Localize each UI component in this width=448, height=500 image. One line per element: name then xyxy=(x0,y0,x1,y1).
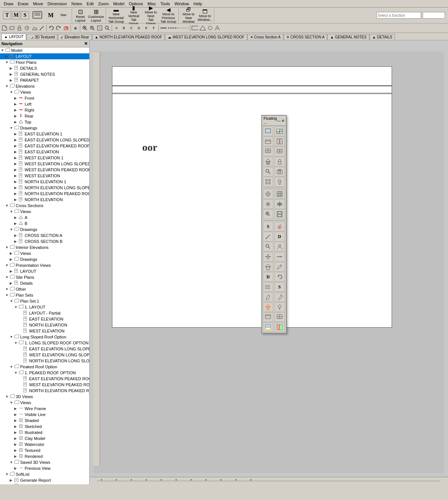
small-tool-g[interactable] xyxy=(191,24,199,32)
function-input[interactable] xyxy=(376,12,421,19)
tree-item-west-elev-1[interactable]: ▶WEST ELEVATION 1 xyxy=(0,155,89,161)
tree-item-textured[interactable]: ▶Textured xyxy=(0,447,89,453)
tree-item-west-elev-long[interactable]: ▶WEST ELEVATION LONG SLOPED ROOF xyxy=(0,161,89,167)
float-btn-edit2[interactable] xyxy=(274,262,285,272)
menu-zoom[interactable]: Zoom xyxy=(96,1,111,6)
float-btn-undo[interactable] xyxy=(274,272,285,282)
tree-item-presentation-views[interactable]: ▼Presentation Views xyxy=(0,262,89,268)
tree-item-ps-west-peaked[interactable]: WEST ELEVATION PEAKED ROOF xyxy=(0,382,89,388)
small-tool-snap[interactable]: ⊕ xyxy=(72,24,79,32)
tree-item-ps-peaked[interactable]: ▼1. PEAKED ROOF OPTION xyxy=(0,370,89,376)
small-tool-a[interactable]: A xyxy=(113,24,120,32)
float-btn-6[interactable] xyxy=(274,147,285,156)
float-btn-house3[interactable] xyxy=(263,302,273,312)
tree-item-elev-drawings[interactable]: ▼Drawings xyxy=(0,125,89,131)
tree-item-peaked-roof[interactable]: ▼Peaked Roof Option xyxy=(0,364,89,370)
menu-draw[interactable]: Draw xyxy=(1,1,16,6)
float-btn-star[interactable] xyxy=(263,199,273,209)
tree-item-illustrated[interactable]: ▶Illustrated xyxy=(0,429,89,435)
tree-item-elevations[interactable]: ▼Elevations xyxy=(0,83,89,89)
tab-north-elev-peaked[interactable]: ▲ NORTH ELEVATION PEAKED ROOF xyxy=(92,34,165,40)
small-tool-redo[interactable] xyxy=(55,24,62,32)
tab-details[interactable]: ▲ DETAILS xyxy=(370,34,395,40)
tree-item-ps-east-peaked[interactable]: EAST ELEVATION PEAKED ROOF xyxy=(0,376,89,382)
small-tool-zoom-fit[interactable] xyxy=(96,24,103,32)
tree-item-watercolor[interactable]: ▶Watercolor xyxy=(0,441,89,447)
float-btn-house1[interactable] xyxy=(263,157,273,166)
float-btn-3[interactable] xyxy=(263,137,273,146)
small-tool-zoom-in[interactable] xyxy=(81,24,88,32)
move-next-tab-btn[interactable]: ▶ Move to NextTab Group xyxy=(143,9,159,22)
tree-item-cross-section-a[interactable]: ▶CROSS SECTION A xyxy=(0,232,89,238)
tree-item-ps-north-long[interactable]: NORTH ELEVATION LONG SLOPED ROOF xyxy=(0,358,89,364)
new-vert-tab-btn[interactable]: ▮ New VerticalTab Group xyxy=(125,9,142,22)
menu-window[interactable]: Window xyxy=(172,1,191,6)
tree-item-sp-details[interactable]: ▶Details xyxy=(0,280,89,286)
small-tool-h[interactable] xyxy=(199,24,206,32)
tab-layout[interactable]: ▲ LAYOUT xyxy=(1,34,26,40)
tree-item-softlist[interactable]: ▼SoftList xyxy=(0,471,89,477)
tree-item-parapet[interactable]: ▶PARAPET xyxy=(0,77,89,83)
tree-item-west-elev[interactable]: ▶WEST ELEVATION xyxy=(0,173,89,179)
small-tool-1[interactable] xyxy=(1,24,8,32)
small-tool-lock[interactable] xyxy=(16,24,23,32)
small-tool-dot[interactable] xyxy=(178,24,189,32)
menu-model[interactable]: Model xyxy=(111,1,127,6)
float-btn-arrow[interactable] xyxy=(274,252,285,262)
coord-input[interactable]: 0.000' xyxy=(423,12,445,19)
small-tool-dash[interactable] xyxy=(167,24,178,32)
tab-3d-textured[interactable]: 🎲 3D Textured xyxy=(27,34,57,40)
tab-general-notes[interactable]: ▲ GENERAL NOTES xyxy=(327,34,369,40)
small-tool-undo[interactable] xyxy=(47,24,55,32)
float-btn-zoom-pan[interactable] xyxy=(263,209,273,219)
tool-s-button[interactable]: S xyxy=(21,11,29,19)
small-tool-b[interactable]: B xyxy=(120,24,128,32)
move-to-window-btn[interactable]: 🗖 Move toWindow... xyxy=(197,9,212,22)
tree-item-general-notes[interactable]: ▶GENERAL NOTES xyxy=(0,71,89,77)
tree-item-east-elev-peaked[interactable]: ▶EAST ELEVATION PEAKED ROOF xyxy=(0,143,89,149)
tree-item-ps1-layout[interactable]: ▼1. LAYOUT xyxy=(0,304,89,310)
float-btn-tool[interactable] xyxy=(274,292,285,302)
tree-item-previous-view[interactable]: ▶Previous View xyxy=(0,465,89,471)
tree-item-north-elev-peaked[interactable]: ▶NORTH ELEVATION PEAKED ROOF xyxy=(0,191,89,197)
float-btn-user[interactable] xyxy=(274,242,285,251)
small-tool-4[interactable] xyxy=(23,24,31,32)
tab-cross-section-a[interactable]: ✕ Cross Section A xyxy=(248,34,283,40)
float-btn-color3[interactable] xyxy=(263,322,273,332)
tree-item-east-elev-1[interactable]: ▶EAST ELEVATION 1 xyxy=(0,131,89,137)
tree-item-ps-east-long[interactable]: EAST ELEVATION LONG SLOPED ROOF xyxy=(0,346,89,352)
float-pin-btn[interactable]: — xyxy=(277,119,281,123)
tool-m-button[interactable]: M xyxy=(12,11,20,19)
move-new-window-btn[interactable]: 🗗 Move to NewWindow xyxy=(180,9,197,22)
float-btn-4[interactable] xyxy=(274,137,285,146)
tool-t-button[interactable]: T xyxy=(3,11,11,19)
small-tool-zoom-select[interactable] xyxy=(103,24,111,32)
menu-help[interactable]: Help xyxy=(191,1,204,6)
small-tool-erase[interactable] xyxy=(62,24,70,32)
tree-item-east-elev-long[interactable]: ▶EAST ELEVATION LONG SLOPED ROOF xyxy=(0,137,89,143)
float-btn-paint[interactable] xyxy=(274,222,285,231)
float-btn-color4[interactable] xyxy=(274,322,285,332)
tab-elevation-rear[interactable]: ↙ Elevation Rear xyxy=(58,34,92,40)
tree-item-ps-east-elev[interactable]: EAST ELEVATION xyxy=(0,316,89,322)
small-tool-2[interactable] xyxy=(8,24,16,32)
tree-item-cs-a[interactable]: ▶A xyxy=(0,215,89,221)
tree-item-sketched[interactable]: ▶Sketched xyxy=(0,424,89,429)
small-tool-f[interactable]: F xyxy=(150,24,158,32)
menu-move[interactable]: Move xyxy=(31,1,45,6)
menu-edit[interactable]: Edit xyxy=(84,1,96,6)
small-tool-line[interactable] xyxy=(159,24,167,32)
float-btn-snap1[interactable] xyxy=(263,177,273,187)
tree-item-long-sloped[interactable]: ▼Long Sloped Roof Option xyxy=(0,334,89,340)
tree-item-other[interactable]: ▼Other xyxy=(0,286,89,292)
float-btn-list[interactable] xyxy=(263,282,273,292)
float-d1-btn[interactable]: D xyxy=(274,232,285,241)
small-tool-j[interactable] xyxy=(214,24,221,32)
tree-item-north-elev-long[interactable]: ▶NORTH ELEVATION LONG SLOPED ROOF xyxy=(0,185,89,191)
tree-item-clay-model[interactable]: ▶Clay Model xyxy=(0,435,89,441)
tree-item-rear[interactable]: ▶Rear xyxy=(0,113,89,119)
tree-item-ps-long-sloped[interactable]: ▼1. LONG SLOPED ROOF OPTION xyxy=(0,340,89,346)
move-prev-tab-btn[interactable]: ◀ Move to PreviousTab Group xyxy=(160,9,177,22)
tree-item-front[interactable]: ▶Front xyxy=(0,95,89,101)
tree-item-visible-line[interactable]: ▶Visible Line xyxy=(0,412,89,418)
